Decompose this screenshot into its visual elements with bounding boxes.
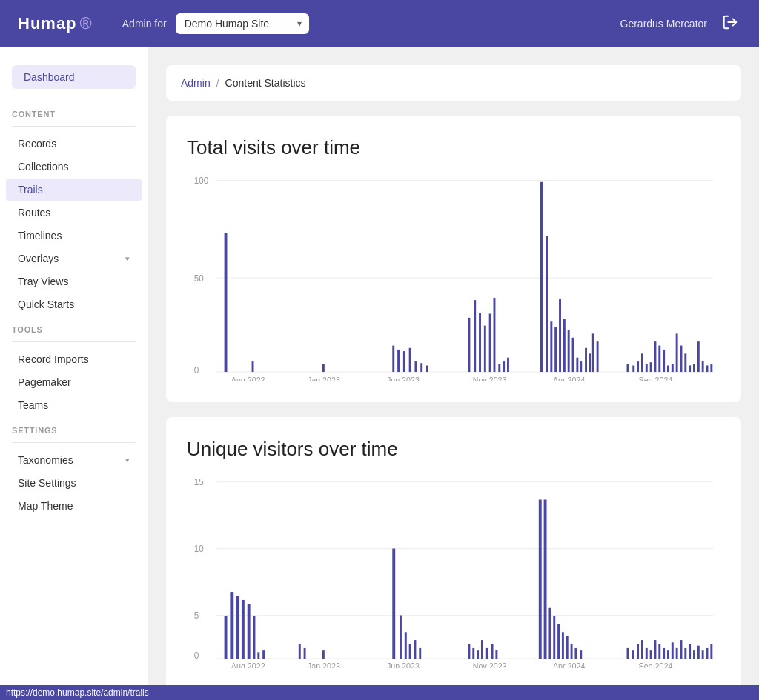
main-content: Admin / Content Statistics Total visits … [148,47,759,700]
sidebar-item-trails[interactable]: Trails [6,179,142,201]
svg-rect-14 [252,361,254,372]
svg-text:Sep 2024: Sep 2024 [639,662,673,668]
site-selector[interactable]: Demo Humap Site ▾ [176,13,309,34]
svg-rect-56 [672,364,674,372]
unique-visitors-chart: 15 10 5 0 Aug 2022 Jan 2023 Jun 2023 Nov… [187,476,720,668]
sidebar-item-label: Routes [18,207,50,219]
logout-button[interactable] [719,11,741,37]
chevron-down-icon: ▾ [125,254,130,264]
svg-rect-47 [632,365,634,372]
sidebar-item-label: Tray Views [18,276,68,287]
svg-rect-40 [576,358,578,372]
svg-rect-104 [539,500,542,659]
svg-rect-30 [503,361,505,372]
logo-dot: ® [80,14,93,33]
svg-rect-125 [676,648,678,659]
svg-rect-58 [680,346,683,373]
svg-rect-50 [646,364,648,372]
svg-rect-25 [479,313,481,372]
svg-rect-129 [693,650,695,659]
svg-rect-36 [559,299,561,372]
svg-rect-105 [544,500,547,659]
sidebar-item-overlays[interactable]: Overlays ▾ [6,247,142,270]
svg-rect-124 [672,642,674,659]
unique-visitors-card: Unique visitors over time 15 10 5 0 Aug … [166,417,741,689]
dashboard-button[interactable]: Dashboard [12,65,136,89]
sidebar-item-label: Teams [18,399,48,411]
sidebar-item-label: Pagemaker [18,376,71,388]
sidebar-item-label: Site Settings [18,477,76,489]
sidebar-item-timelines[interactable]: Timelines [6,224,142,247]
sidebar-item-label: Overlays [18,253,59,264]
svg-rect-87 [262,650,265,659]
tools-section-label: TOOLS [0,316,148,339]
svg-rect-57 [676,333,678,372]
svg-rect-31 [507,358,509,372]
svg-text:Aug 2022: Aug 2022 [231,376,265,381]
sidebar-item-collections[interactable]: Collections [6,156,142,178]
svg-rect-118 [646,648,648,659]
svg-rect-108 [557,624,560,659]
svg-rect-111 [571,644,573,659]
svg-rect-63 [702,361,704,372]
svg-rect-65 [710,364,712,372]
svg-rect-20 [414,361,417,372]
sidebar-item-teams[interactable]: Teams [6,394,142,416]
svg-rect-106 [548,608,551,659]
svg-text:0: 0 [194,650,199,661]
unique-visitors-title: Unique visitors over time [187,438,720,461]
svg-rect-48 [637,361,639,372]
settings-section-label: SETTINGS [0,417,148,439]
sidebar-item-label: Quick Starts [18,299,74,310]
sidebar-item-label: Timelines [18,230,62,241]
sidebar-item-taxonomies[interactable]: Taxonomies ▾ [6,449,142,471]
sidebar-item-quick-starts[interactable]: Quick Starts [6,293,142,316]
svg-rect-19 [409,348,411,372]
sidebar-item-label: Records [18,138,56,150]
sidebar-item-label: Trails [18,184,43,196]
svg-rect-98 [472,648,474,659]
sidebar-item-label: Record Imports [18,353,89,365]
svg-rect-27 [489,313,491,372]
svg-rect-64 [706,365,709,372]
svg-text:Nov 2023: Nov 2023 [473,662,507,668]
svg-text:100: 100 [194,175,209,186]
site-select[interactable]: Demo Humap Site [176,13,309,34]
breadcrumb-admin-link[interactable]: Admin [181,77,211,89]
sidebar-item-map-theme[interactable]: Map Theme [6,495,142,517]
svg-rect-38 [568,330,570,372]
sidebar-item-records[interactable]: Records [6,133,142,155]
content-section-label: CONTENT [0,101,148,123]
svg-rect-17 [397,350,400,372]
svg-rect-88 [299,644,301,659]
svg-rect-130 [697,646,700,659]
logo: Humap® [18,14,93,33]
sidebar-item-routes[interactable]: Routes [6,201,142,224]
svg-rect-119 [650,650,652,659]
svg-rect-113 [580,650,582,659]
svg-text:Nov 2023: Nov 2023 [473,376,507,381]
svg-rect-115 [632,650,634,659]
svg-rect-32 [540,182,543,372]
svg-rect-13 [225,233,228,372]
total-visits-title: Total visits over time [187,136,720,159]
svg-rect-97 [468,644,470,659]
sidebar-item-site-settings[interactable]: Site Settings [6,472,142,494]
svg-rect-22 [426,365,428,372]
svg-rect-24 [474,300,476,372]
sidebar-item-pagemaker[interactable]: Pagemaker [6,371,142,393]
sidebar-item-record-imports[interactable]: Record Imports [6,348,142,370]
svg-rect-83 [242,600,245,659]
sidebar-item-tray-views[interactable]: Tray Views [6,270,142,293]
svg-rect-99 [477,650,479,659]
svg-rect-53 [658,346,660,373]
svg-rect-85 [253,616,256,659]
settings-divider [12,442,136,443]
svg-rect-117 [641,640,643,659]
svg-rect-107 [553,616,555,659]
svg-rect-41 [580,361,582,372]
svg-text:Apr 2024: Apr 2024 [553,662,585,668]
svg-text:Jan 2023: Jan 2023 [308,376,340,381]
svg-text:Apr 2024: Apr 2024 [553,376,585,381]
svg-rect-82 [236,596,239,659]
